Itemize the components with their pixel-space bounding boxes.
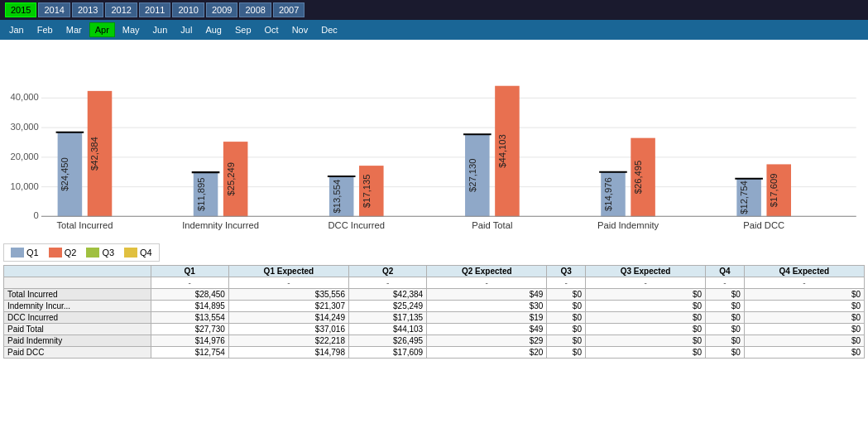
app-container: 201520142013201220112010200920082007 Jan… (0, 0, 868, 438)
svg-text:$24,450: $24,450 (60, 157, 70, 191)
table-cell-0-5: $0 (547, 289, 586, 301)
table-cell-1-0: Indemnity Incur... (4, 301, 151, 312)
table-cell-3-3: $44,103 (349, 324, 427, 335)
table-cell-2-8: $0 (744, 312, 864, 324)
table-cell-3-4: $49 (427, 324, 547, 335)
table-cell-4-1: $14,976 (151, 335, 228, 347)
legend-item-q1: Q1 (11, 248, 39, 258)
col-header-2: Q1 Expected (228, 266, 348, 277)
year-row: 201520142013201220112010200920082007 (0, 0, 868, 20)
month-tab-Jan[interactable]: Jan (3, 22, 30, 37)
table-cell-3-6: $0 (585, 324, 705, 335)
table-row: Total Incurred$28,450$35,556$42,384$49$0… (4, 289, 865, 301)
svg-text:$27,130: $27,130 (468, 159, 477, 193)
table-cell-3-7: $0 (706, 324, 745, 335)
table-cell-0-3: $42,384 (349, 289, 427, 301)
table-cell-5-7: $0 (706, 347, 745, 359)
table-cell-0-2: $35,556 (228, 289, 348, 301)
table-cell-1-5: $0 (547, 301, 586, 312)
month-tab-May[interactable]: May (117, 22, 146, 37)
table-row: Paid Total$27,730$37,016$44,103$49$0$0$0… (4, 324, 865, 335)
dash-cell-0 (4, 277, 151, 289)
table-cell-1-8: $0 (744, 301, 864, 312)
svg-text:$17,609: $17,609 (769, 174, 779, 208)
month-tab-Oct[interactable]: Oct (259, 22, 285, 37)
legend-item-q2: Q2 (49, 248, 77, 258)
table-row: DCC Incurred$13,554$14,249$17,135$19$0$0… (4, 312, 865, 324)
legend-item-q4: Q4 (124, 248, 152, 258)
table-cell-5-3: $17,609 (349, 347, 427, 359)
table-cell-4-3: $26,495 (349, 335, 427, 347)
table-cell-4-5: $0 (547, 335, 586, 347)
legend-color-q4 (124, 248, 137, 258)
year-tab-2013[interactable]: 2013 (72, 2, 103, 17)
table-row: Indemnity Incur...$14,895$21,307$25,249$… (4, 301, 865, 312)
svg-text:10,000: 10,000 (11, 181, 39, 191)
table-cell-4-0: Paid Indemnity (4, 335, 151, 347)
legend-color-q1 (11, 248, 24, 258)
month-tab-Mar[interactable]: Mar (60, 22, 88, 37)
table-cell-1-7: $0 (706, 301, 745, 312)
year-tab-2010[interactable]: 2010 (172, 2, 204, 17)
svg-text:Indemnity Incurred: Indemnity Incurred (182, 220, 259, 230)
legend-label-q3: Q3 (102, 248, 114, 258)
table-cell-3-0: Paid Total (4, 324, 151, 335)
chart-svg: 010,00020,00030,00040,000$24,450$42,384T… (3, 43, 865, 242)
chart-area: 010,00020,00030,00040,000$24,450$42,384T… (0, 40, 868, 438)
month-tab-Nov[interactable]: Nov (286, 22, 314, 37)
year-tab-2012[interactable]: 2012 (105, 2, 137, 17)
svg-text:$13,554: $13,554 (332, 180, 342, 214)
month-tab-Sep[interactable]: Sep (229, 22, 257, 37)
dash-cell-4: - (427, 277, 547, 289)
legend-color-q3 (86, 248, 99, 258)
year-tab-2007[interactable]: 2007 (273, 2, 305, 17)
year-tab-2009[interactable]: 2009 (206, 2, 237, 17)
table-cell-3-5: $0 (547, 324, 586, 335)
year-tab-2008[interactable]: 2008 (239, 2, 271, 17)
table-cell-2-1: $13,554 (151, 312, 228, 324)
dash-cell-2: - (228, 277, 348, 289)
table-cell-4-8: $0 (744, 335, 864, 347)
table-cell-5-6: $0 (585, 347, 705, 359)
month-row: JanFebMarAprMayJunJulAugSepOctNovDec (0, 20, 868, 40)
month-tab-Jul[interactable]: Jul (175, 22, 198, 37)
year-tab-2014[interactable]: 2014 (38, 2, 70, 17)
svg-text:$26,495: $26,495 (633, 161, 643, 195)
table-cell-1-1: $14,895 (151, 301, 228, 312)
table-cell-5-0: Paid DCC (4, 347, 151, 359)
table-cell-5-1: $12,754 (151, 347, 228, 359)
dash-cell-3: - (349, 277, 427, 289)
table-cell-5-4: $20 (427, 347, 547, 359)
table-cell-1-6: $0 (585, 301, 705, 312)
dash-cell-8: - (744, 277, 864, 289)
svg-text:DCC Incurred: DCC Incurred (328, 220, 385, 230)
col-header-8: Q4 Expected (744, 266, 864, 277)
table-cell-4-7: $0 (706, 335, 745, 347)
month-tab-Feb[interactable]: Feb (31, 22, 59, 37)
svg-text:$11,895: $11,895 (196, 177, 206, 211)
dash-cell-5: - (547, 277, 586, 289)
month-tab-Jun[interactable]: Jun (147, 22, 174, 37)
table-cell-3-8: $0 (744, 324, 864, 335)
year-tab-2015[interactable]: 2015 (5, 2, 36, 17)
table-cell-0-4: $49 (427, 289, 547, 301)
svg-text:$14,976: $14,976 (603, 177, 613, 211)
month-tab-Aug[interactable]: Aug (199, 22, 228, 37)
svg-text:$25,249: $25,249 (226, 162, 236, 196)
data-table: Q1Q1 ExpectedQ2Q2 ExpectedQ3Q3 ExpectedQ… (3, 265, 865, 359)
legend-color-q2 (49, 248, 62, 258)
table-cell-2-5: $0 (547, 312, 586, 324)
table-cell-5-8: $0 (744, 347, 864, 359)
year-tab-2011[interactable]: 2011 (139, 2, 170, 17)
chart-container: 010,00020,00030,00040,000$24,450$42,384T… (3, 43, 865, 242)
legend-label-q2: Q2 (65, 248, 77, 258)
table-cell-1-2: $21,307 (228, 301, 348, 312)
svg-text:$42,384: $42,384 (89, 137, 99, 171)
month-tab-Apr[interactable]: Apr (89, 22, 115, 37)
month-tab-Dec[interactable]: Dec (315, 22, 343, 37)
svg-text:$12,754: $12,754 (739, 180, 749, 214)
svg-text:$44,103: $44,103 (497, 134, 507, 168)
col-header-4: Q2 Expected (427, 266, 547, 277)
table-cell-0-0: Total Incurred (4, 289, 151, 301)
dash-cell-6: - (585, 277, 705, 289)
